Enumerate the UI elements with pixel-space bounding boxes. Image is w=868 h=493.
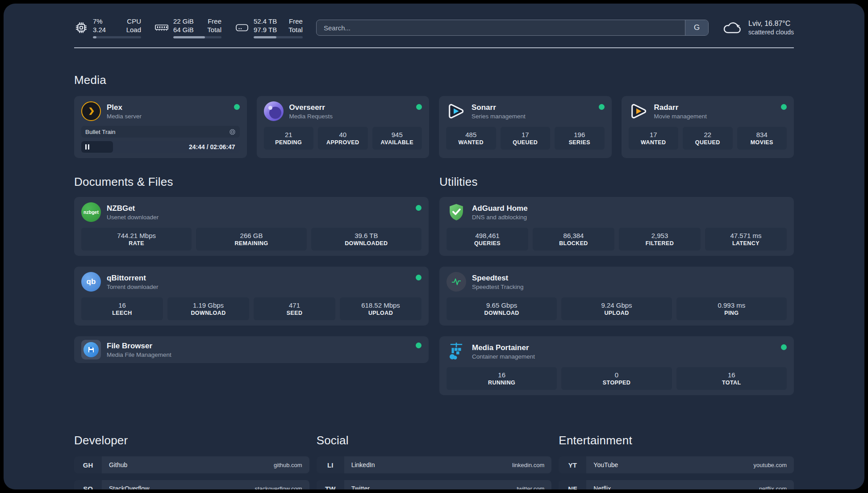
status-dot [781,344,787,350]
section-title-developer: Developer [74,434,309,447]
nzbget-icon: nzbget [81,202,101,222]
status-dot [781,104,787,110]
weather-condition: scattered clouds [748,29,794,36]
cpu-icon [74,21,88,35]
stat-rate: 744.21 Mbps RATE [81,228,192,251]
service-title: File Browser [107,342,410,351]
stat-series: 196 SERIES [555,127,605,150]
search-engine-button[interactable]: G [685,20,708,35]
session-target-icon[interactable] [229,129,236,135]
stat-filtered: 2,953 FILTERED [619,228,701,251]
status-dot [416,205,421,211]
service-card-radarr[interactable]: Radarr Movie management 17 WANTED 22 QUE… [622,96,794,158]
service-card-sonarr[interactable]: Sonarr Series management 485 WANTED 17 Q… [439,96,612,158]
social-section: Social LI LinkedIn linkedin.com TW Twitt… [317,434,552,489]
ram-icon [154,21,169,35]
section-title-documents: Documents & Files [74,175,429,189]
service-subtitle: Movie management [654,113,776,120]
stat-queries: 498,461 QUERIES [447,228,528,251]
qbittorrent-icon: qb [81,272,101,292]
hardware-stats: 7%3.24 CPULoad [74,17,303,38]
speedtest-icon [447,272,466,292]
stat-queued: 22 QUEUED [683,127,733,150]
service-subtitle: Media server [107,113,228,120]
service-card-filebrowser[interactable]: File Browser Media File Management [74,336,429,363]
service-card-nzbget[interactable]: nzbget NZBGet Usenet downloader 744.21 M… [74,197,429,256]
top-bar: 7%3.24 CPULoad [74,4,794,38]
dashboard-frame: 7%3.24 CPULoad [4,4,864,489]
service-card-adguard[interactable]: AdGuard Home DNS and adblocking 498,461 … [439,197,794,256]
storage-usage-bar [254,36,303,38]
service-subtitle: Media Requests [289,113,411,120]
status-dot [416,104,422,110]
cpu-values: 7%3.24 [93,17,106,34]
link-netflix[interactable]: NF Netflix netflix.com [559,480,794,489]
filebrowser-icon [81,340,101,359]
overseerr-icon [264,101,284,121]
service-title: AdGuard Home [472,204,787,213]
service-title: Media Portainer [472,343,775,352]
memory-stat: 22 GiB64 GiB FreeTotal [154,17,221,38]
section-title-social: Social [317,434,552,447]
link-twitter[interactable]: TW Twitter twitter.com [317,480,552,489]
stat-ping: 0.993 ms PING [676,297,787,320]
storage-stat: 52.4 TB97.9 TB FreeTotal [235,17,303,38]
section-title-entertainment: Entertainment [559,434,794,447]
cpu-stat: 7%3.24 CPULoad [74,17,141,38]
service-title: Overseerr [289,103,411,112]
memory-values: 22 GiB64 GiB [173,17,194,34]
media-grid: Plex Media server Bullet Train 24:44 / 0… [74,96,794,158]
header-divider [74,47,794,48]
stat-pending: 21 PENDING [264,127,314,150]
status-dot [416,343,421,348]
entertainment-section: Entertainment YT YouTube youtube.com NF … [559,434,794,489]
service-title: NZBGet [107,204,410,213]
storage-values: 52.4 TB97.9 TB [254,17,277,34]
now-playing-title: Bullet Train [85,129,116,135]
service-card-overseerr[interactable]: Overseerr Media Requests 21 PENDING 40 A… [257,96,430,158]
stat-download: 1.19 Gbps DOWNLOAD [167,297,249,320]
weather-location: Lviv, 16.87°C [748,20,794,28]
stat-leech: 16 LEECH [81,297,163,320]
stat-blocked: 86,384 BLOCKED [533,228,614,251]
search-input[interactable] [317,20,685,35]
pause-icon[interactable] [85,144,89,150]
stat-running: 16 RUNNING [447,367,557,390]
link-youtube[interactable]: YT YouTube youtube.com [559,456,794,473]
link-stackoverflow[interactable]: SO StackOverflow stackoverflow.com [74,480,309,489]
playback-time: 24:44 / 02:06:47 [189,143,240,150]
section-title-utilities: Utilities [439,175,794,189]
service-card-qbittorrent[interactable]: qb qBittorrent Torrent downloader 16 LEE… [74,267,429,326]
cpu-labels: CPULoad [126,17,141,34]
link-github[interactable]: GH Github github.com [74,456,309,473]
utilities-column: Utilities AdGuard Home DNS and adblockin… [439,175,794,406]
stat-upload: 9.24 Gbps UPLOAD [561,297,672,320]
stat-latency: 47.571 ms LATENCY [705,228,787,251]
status-dot [416,275,421,280]
service-subtitle: DNS and adblocking [472,214,787,221]
service-card-portainer[interactable]: Media Portainer Container management 16 … [439,336,794,395]
link-linkedin[interactable]: LI LinkedIn linkedin.com [317,456,552,473]
search-bar: G [316,20,709,36]
weather-widget: Lviv, 16.87°C scattered clouds [722,20,794,36]
service-card-plex[interactable]: Plex Media server Bullet Train 24:44 / 0… [74,96,247,158]
playback-progress-fill [81,141,113,153]
memory-labels: FreeTotal [207,17,221,34]
cloud-icon [722,20,743,35]
status-dot [234,104,240,110]
stat-seed: 471 SEED [254,297,335,320]
sonarr-icon [446,101,466,121]
now-playing-row: Bullet Train [81,126,240,138]
stat-download: 9.65 Gbps DOWNLOAD [447,297,557,320]
stat-downloaded: 39.6 TB DOWNLOADED [311,228,421,251]
stat-movies: 834 MOVIES [737,127,787,150]
stat-wanted: 485 WANTED [446,127,496,150]
service-card-speedtest[interactable]: Speedtest Speedtest Tracking 9.65 Gbps D… [439,267,794,326]
stat-total: 16 TOTAL [676,367,787,390]
storage-labels: FreeTotal [288,17,303,34]
stat-queued: 17 QUEUED [501,127,551,150]
status-dot [599,104,605,110]
service-subtitle: Usenet downloader [107,214,410,221]
stat-wanted: 17 WANTED [629,127,679,150]
stat-stopped: 0 STOPPED [561,367,672,390]
